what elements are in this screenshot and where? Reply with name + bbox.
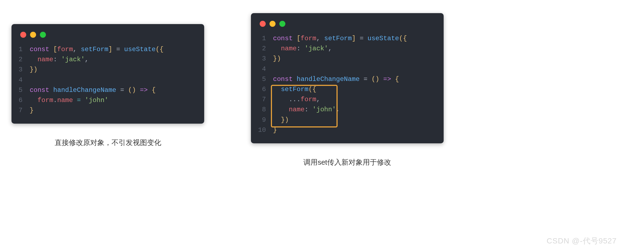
left-panel: 1 2 3 4 5 6 7 const [form, setForm] = us… [11, 24, 204, 147]
left-code: 1 2 3 4 5 6 7 const [form, setForm] = us… [19, 44, 196, 115]
right-editor: 1 2 3 4 5 6 7 8 9 10 const [form, setFor… [251, 13, 444, 143]
right-gutter: 1 2 3 4 5 6 7 8 9 10 [258, 33, 273, 135]
right-source: const [form, setForm] = useState({ name:… [273, 33, 407, 135]
left-gutter: 1 2 3 4 5 6 7 [19, 44, 30, 115]
left-editor: 1 2 3 4 5 6 7 const [form, setForm] = us… [11, 24, 204, 124]
watermark: CSDN @-代号9527 [547, 236, 617, 246]
right-caption: 调用set传入新对象用于修改 [251, 158, 444, 167]
close-icon [260, 21, 266, 27]
window-controls [20, 32, 196, 38]
left-caption: 直接修改原对象，不引发视图变化 [11, 138, 204, 147]
zoom-icon [279, 21, 285, 27]
right-panel: 1 2 3 4 5 6 7 8 9 10 const [form, setFor… [251, 13, 444, 167]
minimize-icon [270, 21, 276, 27]
left-source: const [form, setForm] = useState({ name:… [30, 44, 163, 115]
zoom-icon [40, 32, 46, 38]
minimize-icon [30, 32, 36, 38]
right-code: 1 2 3 4 5 6 7 8 9 10 const [form, setFor… [258, 33, 435, 135]
window-controls [260, 21, 435, 27]
close-icon [20, 32, 26, 38]
